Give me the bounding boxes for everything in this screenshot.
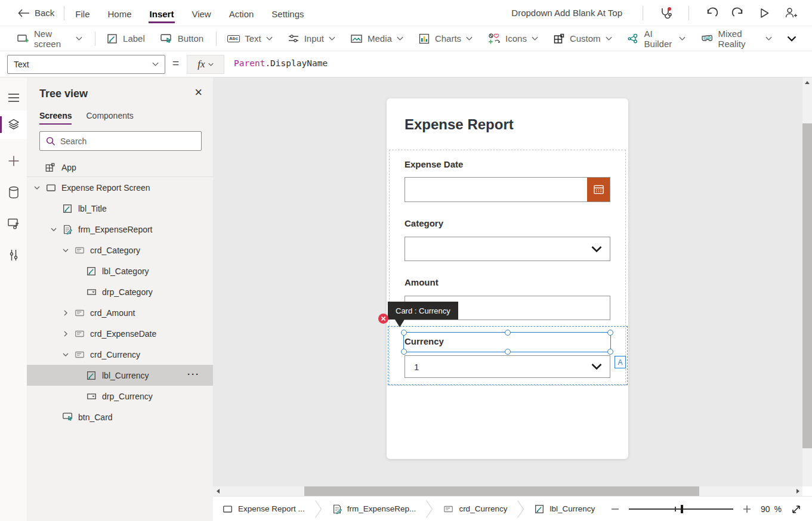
search-input[interactable]	[39, 131, 202, 151]
button-button[interactable]: Button	[160, 33, 203, 45]
calendar-button[interactable]	[587, 178, 610, 201]
chevron-down-icon[interactable]	[33, 184, 45, 191]
insert-plus-rail-icon[interactable]	[0, 147, 27, 175]
label-button[interactable]: Label	[106, 33, 145, 45]
chevron-down-icon[interactable]	[50, 226, 62, 233]
tree-item-crd-amount[interactable]: crd_Amount	[27, 302, 213, 323]
menu-settings[interactable]: Settings	[270, 3, 305, 23]
tree-item-drp-category[interactable]: drp_Category	[27, 281, 213, 302]
advanced-tools-rail-icon[interactable]	[0, 241, 27, 269]
tab-screens[interactable]: Screens	[39, 111, 72, 125]
tree-view-rail-icon[interactable]	[0, 110, 27, 139]
more-options-button[interactable]: ···	[187, 369, 200, 379]
tree-item-frm-expensereport[interactable]: frm_ExpenseReport	[27, 219, 213, 240]
resize-handle[interactable]	[607, 330, 613, 336]
tree-item-lbl-title[interactable]: lbl_Title	[27, 198, 213, 219]
menu-action[interactable]: Action	[228, 3, 255, 23]
hamburger-menu-icon[interactable]	[0, 83, 27, 112]
scroll-right-arrow[interactable]	[793, 486, 802, 496]
currency-dropdown[interactable]: 1	[405, 355, 610, 378]
resize-handle[interactable]	[505, 330, 511, 336]
property-selector[interactable]: Text	[7, 55, 165, 74]
redo-icon[interactable]	[731, 6, 745, 20]
ribbon-overflow-chevron[interactable]	[787, 36, 796, 42]
screen-icon	[222, 504, 233, 514]
tree-item-lbl-currency[interactable]: lbl_Currency ···	[27, 365, 213, 386]
breadcrumb-screen[interactable]: Expense Report ...	[222, 504, 305, 514]
breadcrumb-card[interactable]: crd_Currency	[443, 504, 507, 514]
error-badge-icon[interactable]	[378, 314, 388, 324]
tree-item-crd-currency[interactable]: crd_Currency	[27, 344, 213, 365]
category-dropdown[interactable]	[405, 237, 610, 261]
chevron-down-icon	[466, 36, 473, 41]
mixed-reality-menu-button[interactable]: Mixed Reality	[700, 29, 772, 49]
back-button[interactable]: Back	[18, 8, 54, 18]
menu-home[interactable]: Home	[107, 3, 133, 23]
new-screen-button[interactable]: New screen	[17, 29, 82, 49]
menu-insert[interactable]: Insert	[149, 3, 175, 23]
ai-builder-menu-button[interactable]: AI Builder	[627, 29, 686, 49]
play-icon[interactable]	[757, 6, 771, 20]
fx-label: fx	[197, 58, 205, 70]
resize-handle[interactable]	[401, 349, 407, 355]
scroll-left-arrow[interactable]	[213, 486, 223, 496]
category-label[interactable]: Category	[405, 218, 443, 228]
expense-date-input[interactable]	[405, 177, 610, 202]
canvas-screen[interactable]: Expense Report Expense Date Category Amo…	[387, 98, 628, 459]
ribbon-label: Text	[245, 33, 261, 44]
custom-menu-button[interactable]: Custom	[553, 33, 612, 45]
close-icon[interactable]: ×	[194, 86, 202, 99]
amount-label[interactable]: Amount	[405, 277, 439, 287]
horizontal-scrollbar[interactable]	[213, 486, 802, 496]
menu-view[interactable]: View	[190, 3, 212, 23]
tree-item-lbl-category[interactable]: lbl_Category	[27, 260, 213, 281]
resize-handle[interactable]	[607, 349, 613, 355]
fit-to-window-icon[interactable]	[791, 504, 801, 514]
chevron-right-icon[interactable]	[62, 330, 74, 337]
horizontal-scroll-thumb[interactable]	[304, 486, 699, 496]
fx-dropdown[interactable]: fx	[187, 55, 224, 74]
tree-item-crd-expensedate[interactable]: crd_ExpenseDate	[27, 323, 213, 344]
breadcrumb-label: lbl_Currency	[549, 504, 595, 513]
data-sources-rail-icon[interactable]	[0, 178, 27, 207]
zoom-slider[interactable]	[629, 505, 733, 513]
input-menu-button[interactable]: Input	[288, 33, 335, 45]
chevron-down-icon[interactable]	[62, 351, 74, 358]
chevron-right-icon[interactable]	[62, 309, 74, 317]
breadcrumb-form[interactable]: frm_ExpenseRep...	[332, 504, 416, 514]
tree-item-crd-category[interactable]: crd_Category	[27, 240, 213, 260]
currency-label[interactable]: Currency	[405, 336, 444, 346]
charts-menu-button[interactable]: Charts	[418, 33, 473, 45]
menu-file[interactable]: File	[74, 3, 91, 23]
formula-input[interactable]: Parent.DisplayName	[234, 58, 328, 68]
icons-shapes-icon	[487, 33, 501, 45]
media-menu-button[interactable]: Media	[350, 33, 403, 45]
scroll-up-arrow[interactable]	[802, 77, 812, 87]
share-person-icon[interactable]	[783, 6, 798, 20]
vertical-scrollbar[interactable]	[802, 77, 812, 486]
tab-components[interactable]: Components	[86, 111, 133, 125]
form-title-label[interactable]: Expense Report	[405, 116, 514, 133]
tree-item-expense-report-screen[interactable]: Expense Report Screen	[27, 177, 213, 198]
custom-components-icon	[553, 33, 565, 45]
vertical-scroll-thumb[interactable]	[802, 123, 812, 448]
breadcrumb-label: crd_Currency	[459, 504, 507, 513]
tree-item-app[interactable]: App	[27, 158, 213, 177]
resize-handle[interactable]	[505, 349, 511, 355]
undo-icon[interactable]	[705, 6, 719, 20]
icons-menu-button[interactable]: Icons	[487, 33, 538, 45]
chevron-down-icon[interactable]	[62, 247, 74, 254]
text-menu-button[interactable]: Abc Text	[227, 33, 273, 44]
media-rail-icon[interactable]	[0, 209, 27, 238]
text-property-badge[interactable]: A	[615, 356, 626, 368]
tree-item-drp-currency[interactable]: drp_Currency	[27, 386, 213, 407]
zoom-slider-thumb[interactable]	[681, 505, 683, 513]
tree-item-btn-card[interactable]: btn_Card	[27, 407, 213, 427]
zoom-in-icon[interactable]	[743, 505, 751, 513]
app-checker-icon[interactable]	[659, 6, 673, 20]
resize-handle[interactable]	[401, 330, 407, 336]
breadcrumb-label-control[interactable]: lbl_Currency	[534, 504, 595, 514]
ribbon-label: New screen	[34, 29, 71, 49]
zoom-out-icon[interactable]	[611, 505, 619, 513]
expense-date-label[interactable]: Expense Date	[405, 159, 463, 169]
